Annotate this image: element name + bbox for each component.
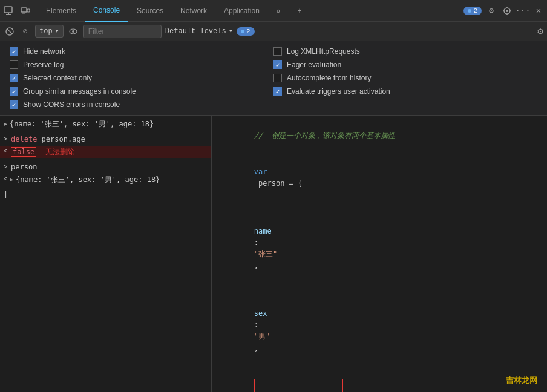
cb-triggers-box[interactable]: [274, 87, 282, 96]
false-keyword: false: [11, 147, 36, 157]
context-selector[interactable]: top ▾: [35, 25, 64, 38]
console-line-object1[interactable]: ▶ {name: '张三', sex: '男', age: 18}: [0, 118, 211, 131]
console-text-2: {name: '张三', sex: '男', age: 18}: [16, 175, 160, 185]
cb-selected-context-label: Selected context only: [23, 74, 92, 82]
space-2: [254, 215, 272, 224]
context-dropdown-icon: ▾: [55, 27, 59, 36]
code-line-1: // 创建一个对象，该对象有两个基本属性: [212, 118, 547, 154]
cb-group-similar-label: Group similar messages in console: [23, 87, 136, 96]
cb-hide-network[interactable]: Hide network: [10, 47, 274, 56]
tab-bar-right: 2 ⚙ ··· ✕: [463, 5, 545, 17]
tab-add[interactable]: +: [289, 0, 310, 22]
space-3: [254, 298, 272, 306]
console-line-delete[interactable]: > delete person.age: [0, 134, 211, 146]
cb-autocomplete[interactable]: Autocomplete from history: [274, 74, 537, 82]
tab-elements[interactable]: Elements: [38, 0, 85, 22]
cb-triggers-label: Evaluate triggers user activation: [287, 87, 390, 96]
space-1: person = {: [254, 179, 302, 188]
var-kw: var: [254, 168, 267, 176]
svg-rect-0: [4, 7, 12, 13]
code-line-3: name : "张三" ,: [212, 201, 547, 284]
cb-cors-errors[interactable]: Show CORS errors in console: [10, 100, 274, 109]
dock-icon[interactable]: [501, 5, 513, 17]
svg-point-7: [506, 10, 508, 12]
console-text-person: person: [11, 163, 37, 171]
settings-col-right: Log XMLHttpRequests Eager evaluation Aut…: [274, 47, 537, 109]
svg-rect-1: [6, 14, 11, 15]
code-panel: // 创建一个对象，该对象有两个基本属性 var person = { name…: [212, 116, 547, 392]
filter-icon[interactable]: ⊘: [19, 25, 31, 38]
settings-icon[interactable]: ⚙: [485, 5, 497, 17]
cursor-prompt: |: [4, 191, 8, 199]
prop-sex: sex: [254, 309, 267, 318]
tab-sources[interactable]: Sources: [128, 0, 172, 22]
cb-preserve-log[interactable]: Preserve log: [10, 60, 274, 69]
console-left-panel: ▶ {name: '张三', sex: '男', age: 18} > dele…: [0, 116, 212, 392]
cb-selected-context[interactable]: Selected context only: [10, 74, 274, 82]
context-value: top: [39, 27, 53, 36]
levels-dropdown-icon: ▾: [229, 27, 233, 36]
close-icon[interactable]: ✕: [532, 5, 545, 17]
tab-network[interactable]: Network: [172, 0, 215, 22]
console-cursor[interactable]: |: [0, 189, 211, 200]
cb-log-xhr[interactable]: Log XMLHttpRequests: [274, 47, 537, 56]
console-line-false[interactable]: < false 无法删除: [0, 146, 211, 158]
arrow-right-2: ▶: [10, 176, 13, 183]
levels-badge: 2: [237, 27, 255, 36]
cb-hide-network-box[interactable]: [10, 47, 18, 56]
code-line-5: // age:18: [212, 367, 547, 392]
console-settings-icon[interactable]: ⚙: [537, 25, 543, 38]
notification-badge[interactable]: 2: [463, 7, 482, 15]
comment-1: // 创建一个对象，该对象有两个基本属性: [254, 131, 395, 140]
cb-preserve-log-box[interactable]: [10, 60, 18, 69]
code-line-2: var person = {: [212, 154, 547, 202]
main-area: ▶ {name: '张三', sex: '男', age: 18} > dele…: [0, 116, 547, 392]
separator-3: [0, 188, 211, 188]
default-levels-dropdown[interactable]: Default levels ▾: [165, 27, 233, 36]
clear-console-icon[interactable]: [4, 25, 16, 38]
arrow-input-1: >: [4, 136, 7, 143]
cb-group-similar[interactable]: Group similar messages in console: [10, 87, 274, 96]
cannot-delete-text: 无法删除: [45, 148, 74, 156]
console-text-delete: delete person.age: [11, 135, 85, 143]
cb-autocomplete-box[interactable]: [274, 74, 282, 82]
cb-triggers[interactable]: Evaluate triggers user activation: [274, 87, 537, 96]
cb-group-similar-box[interactable]: [10, 87, 18, 96]
cb-selected-context-box[interactable]: [10, 74, 18, 82]
cb-log-xhr-label: Log XMLHttpRequests: [287, 47, 360, 56]
tab-bar: Elements Console Sources Network Applica…: [0, 0, 547, 22]
prop-name: name: [254, 227, 272, 235]
cb-preserve-log-label: Preserve log: [23, 60, 64, 69]
arrow-input-2: >: [4, 164, 7, 171]
str-nan: "男": [254, 332, 270, 341]
cb-eager-eval-label: Eager evaluation: [287, 60, 341, 69]
default-levels-label: Default levels: [165, 27, 226, 36]
cb-eager-eval-box[interactable]: [274, 60, 282, 69]
filter-input[interactable]: [83, 25, 162, 38]
comma-1: ,: [254, 261, 258, 270]
tab-application[interactable]: Application: [215, 0, 268, 22]
console-line-person[interactable]: > person: [0, 162, 211, 174]
colon-1: :: [254, 238, 258, 247]
svg-line-13: [7, 29, 12, 34]
device-icon[interactable]: [19, 5, 31, 17]
cb-eager-eval[interactable]: Eager evaluation: [274, 60, 537, 69]
console-toolbar: ⊘ top ▾ Default levels ▾ 2 ⚙: [0, 22, 547, 41]
eye-icon[interactable]: [67, 25, 79, 38]
comma-2: ,: [254, 344, 258, 353]
settings-col-left: Hide network Preserve log Selected conte…: [10, 47, 274, 109]
inspect-icon[interactable]: [2, 5, 15, 17]
colon-2: :: [254, 321, 258, 329]
cb-log-xhr-box[interactable]: [274, 47, 282, 56]
svg-rect-3: [21, 8, 27, 12]
tab-console[interactable]: Console: [85, 0, 128, 22]
code-line-4: sex : "男" ,: [212, 284, 547, 367]
levels-dot: [241, 30, 244, 33]
console-line-object2[interactable]: < ▶ {name: '张三', sex: '男', age: 18}: [0, 174, 211, 186]
more-icon[interactable]: ···: [517, 5, 529, 17]
svg-rect-4: [27, 9, 30, 12]
svg-point-15: [72, 30, 74, 33]
cb-cors-errors-box[interactable]: [10, 100, 18, 109]
svg-rect-2: [8, 13, 9, 14]
tab-more[interactable]: »: [268, 0, 289, 22]
